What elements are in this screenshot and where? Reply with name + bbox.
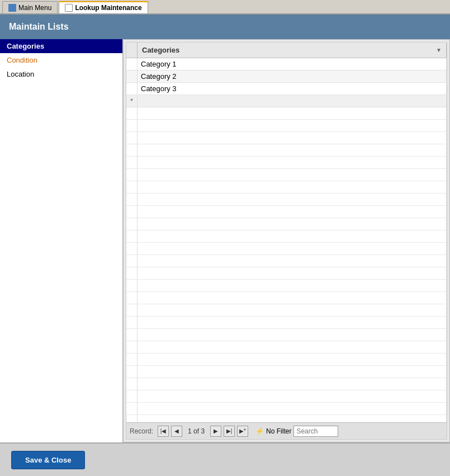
new-row-marker: * (126, 95, 138, 107)
record-count: 1 of 3 (184, 427, 208, 435)
cell-category-3[interactable]: Category 3 (138, 83, 447, 95)
bottom-bar: Save & Close (0, 442, 450, 476)
main-content: Categories Condition Location Categories… (0, 39, 450, 442)
filter-label: No Filter (266, 427, 291, 435)
row-marker-1 (126, 58, 138, 70)
nav-first-button[interactable]: |◀ (158, 426, 169, 437)
right-panel: Categories ▼ Category 1 Category 2 (123, 39, 450, 442)
navigation-bar: Record: |◀ ◀ 1 of 3 ▶ ▶| ▶* ⚡ No Filter (126, 422, 447, 439)
nav-prev-button[interactable]: ◀ (171, 426, 182, 437)
table-row[interactable]: Category 3 (126, 83, 447, 95)
nav-last-button[interactable]: ▶| (224, 426, 235, 437)
grid-header: Categories ▼ (126, 43, 447, 58)
sidebar-item-categories[interactable]: Categories (0, 39, 122, 53)
page-title: Maintain Lists (9, 22, 69, 32)
sidebar-item-location[interactable]: Location (0, 67, 122, 81)
search-input[interactable] (293, 426, 338, 437)
tab-main-menu[interactable]: Main Menu (2, 1, 58, 13)
tab-main-menu-label: Main Menu (18, 4, 51, 12)
grid-body: Category 1 Category 2 Category 3 (126, 58, 447, 422)
filter-icon: ⚡ (255, 427, 264, 436)
column-header-categories: Categories ▼ (138, 43, 447, 57)
lookup-maintenance-icon (65, 4, 73, 12)
tab-lookup-maintenance[interactable]: Lookup Maintenance (59, 1, 148, 13)
save-close-button[interactable]: Save & Close (11, 451, 85, 469)
row-marker-3 (126, 83, 138, 95)
empty-rows: for(let i=0;i<28;i++){ document.currentS… (126, 107, 447, 422)
nav-new-button[interactable]: ▶* (237, 426, 248, 437)
filter-area: ⚡ No Filter (255, 427, 291, 436)
sidebar-item-condition[interactable]: Condition (0, 53, 122, 67)
sort-arrow-icon[interactable]: ▼ (436, 47, 442, 53)
main-menu-icon (8, 4, 16, 12)
cell-category-1[interactable]: Category 1 (138, 58, 447, 70)
table-row[interactable]: Category 2 (126, 70, 447, 83)
data-grid: Categories ▼ Category 1 Category 2 (126, 42, 447, 440)
record-label: Record: (130, 427, 153, 435)
table-row[interactable]: Category 1 (126, 58, 447, 70)
nav-next-button[interactable]: ▶ (210, 426, 221, 437)
row-marker-2 (126, 70, 138, 82)
tab-lookup-maintenance-label: Lookup Maintenance (75, 4, 141, 12)
sidebar: Categories Condition Location (0, 39, 123, 442)
new-row[interactable]: * (126, 95, 447, 107)
title-bar: Maintain Lists (0, 15, 450, 39)
cell-category-2[interactable]: Category 2 (138, 70, 447, 82)
new-row-cell[interactable] (138, 95, 447, 107)
tab-bar: Main Menu Lookup Maintenance (0, 0, 450, 15)
